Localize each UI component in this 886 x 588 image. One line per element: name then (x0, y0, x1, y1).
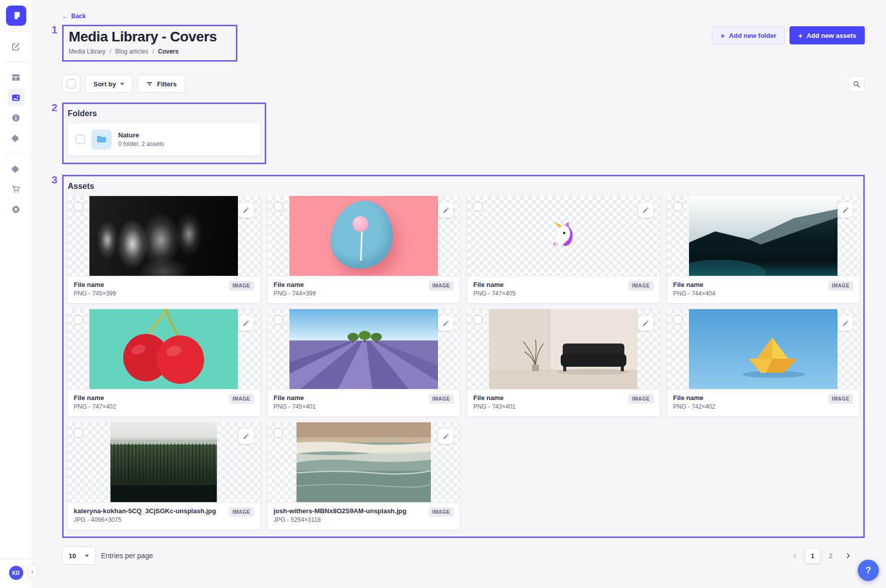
edit-asset-button[interactable] (238, 202, 254, 218)
sidebar-item-plugins[interactable] (8, 129, 25, 146)
breadcrumb-item[interactable]: Blog articles (115, 48, 148, 55)
edit-asset-button[interactable] (238, 315, 254, 331)
sidebar-item-marketplace[interactable] (8, 160, 25, 177)
asset-checkbox[interactable] (74, 202, 83, 211)
toolbar: Sort by Filters (62, 75, 865, 93)
asset-file-name: File name (673, 281, 716, 288)
asset-card[interactable]: josh-withers-MBNx8O2S9AM-unsplash.jpgJPG… (268, 422, 460, 529)
sidebar-item-purchase[interactable] (8, 180, 25, 198)
sidebar-divider (5, 31, 27, 31)
asset-card[interactable]: File namePNG - 747×405IMAGE (467, 196, 660, 303)
puzzle-icon (12, 134, 20, 142)
asset-file-name: File name (473, 394, 516, 402)
folders-heading: Folders (68, 109, 261, 118)
previous-page-button[interactable] (789, 549, 802, 562)
edit-asset-button[interactable] (638, 315, 654, 331)
sidebar-item-documentation[interactable] (8, 109, 25, 126)
asset-card[interactable]: File namePNG - 744×404IMAGE (667, 196, 860, 303)
search-button[interactable] (848, 76, 865, 92)
pencil-icon (642, 207, 649, 214)
asset-checkbox[interactable] (673, 202, 682, 211)
edit-asset-button[interactable] (438, 428, 454, 444)
edit-asset-button[interactable] (438, 202, 454, 218)
select-all-checkbox[interactable] (62, 75, 80, 93)
edit-asset-button[interactable] (838, 202, 853, 218)
page-title: Media Library - Covers (69, 29, 231, 45)
strapi-logo-icon[interactable] (6, 6, 26, 26)
asset-type-badge: IMAGE (229, 507, 254, 517)
pencil-icon (242, 320, 250, 327)
asset-checkbox[interactable] (274, 202, 283, 211)
edit-asset-button[interactable] (838, 315, 853, 331)
help-button[interactable]: ? (858, 560, 879, 581)
asset-type-badge: IMAGE (828, 394, 853, 404)
edit-asset-button[interactable] (238, 428, 254, 444)
asset-card[interactable]: File namePNG - 744×399IMAGE (268, 196, 460, 303)
asset-type-badge: IMAGE (429, 281, 454, 290)
breadcrumb-separator: / (152, 48, 154, 55)
annotation-label-3: 3 (52, 174, 58, 186)
chevron-down-icon (120, 83, 124, 85)
media-icon (12, 93, 20, 102)
add-new-assets-button[interactable]: + Add new assets (790, 26, 865, 44)
asset-file-name: File name (74, 281, 116, 288)
cart-icon (12, 185, 20, 193)
sidebar-item-settings[interactable] (8, 201, 25, 218)
annotation-label-2: 2 (52, 102, 58, 114)
asset-checkbox[interactable] (473, 315, 482, 324)
sort-by-button[interactable]: Sort by (85, 75, 133, 93)
asset-checkbox[interactable] (473, 202, 482, 211)
folder-meta: 0 folder, 2 assets (118, 140, 164, 148)
edit-asset-button[interactable] (638, 202, 654, 218)
asset-checkbox[interactable] (274, 428, 283, 437)
avatar[interactable]: KD (9, 566, 23, 580)
sidebar: KD › (0, 0, 32, 588)
next-page-button[interactable] (842, 549, 855, 562)
add-new-folder-button[interactable]: + Add new folder (712, 26, 785, 44)
annotation-label-1: 1 (52, 24, 58, 36)
sidebar-item-content-type-builder[interactable] (8, 69, 25, 86)
asset-meta: PNG - 744×404 (673, 290, 716, 297)
folders-section: Folders Nature0 folder, 2 assets (62, 103, 266, 164)
pencil-icon (242, 433, 250, 440)
folder-card[interactable]: Nature0 folder, 2 assets (68, 123, 261, 156)
page-button-1[interactable]: 1 (805, 549, 820, 563)
plus-icon: + (720, 32, 725, 39)
asset-type-badge: IMAGE (229, 281, 254, 290)
asset-checkbox[interactable] (74, 315, 83, 324)
asset-card[interactable]: File namePNG - 747×402IMAGE (68, 309, 260, 416)
breadcrumb-item[interactable]: Media Library (69, 48, 106, 55)
asset-checkbox[interactable] (74, 428, 83, 437)
page-button-2[interactable]: 2 (823, 549, 838, 563)
asset-thumbnail-lavender-field (268, 309, 460, 389)
pencil-icon (842, 207, 849, 214)
asset-checkbox[interactable] (274, 315, 283, 324)
asset-meta: JPG - 4096×3075 (74, 516, 216, 523)
asset-thumbnail-iceberg (667, 196, 860, 276)
asset-file-name: File name (74, 394, 116, 402)
asset-thumbnail-sofa-interior (467, 309, 660, 389)
asset-card[interactable]: File namePNG - 745×399IMAGE (68, 196, 260, 303)
sidebar-divider (5, 153, 27, 154)
back-link[interactable]: ← Back (62, 13, 86, 20)
asset-card[interactable]: File namePNG - 745×401IMAGE (268, 309, 460, 416)
edit-asset-button[interactable] (438, 315, 454, 331)
sidebar-item-media-library[interactable] (8, 89, 25, 106)
breadcrumb: Media Library/Blog articles/Covers (69, 48, 231, 55)
asset-card[interactable]: File namePNG - 743×401IMAGE (467, 309, 660, 416)
asset-card[interactable]: File namePNG - 742×402IMAGE (667, 309, 860, 416)
entries-per-page-select[interactable]: 10 (62, 547, 95, 565)
info-icon (12, 114, 20, 122)
folder-checkbox[interactable] (76, 135, 85, 144)
search-icon (853, 80, 860, 88)
sidebar-item-content-manager[interactable] (8, 38, 25, 55)
asset-checkbox[interactable] (673, 315, 682, 324)
asset-file-name: File name (274, 281, 316, 288)
asset-card[interactable]: kateryna-kokhan-5CQ_3CjSGKc-unsplash.jpg… (68, 422, 260, 529)
asset-type-badge: IMAGE (429, 394, 454, 404)
asset-type-badge: IMAGE (429, 507, 454, 517)
filters-button[interactable]: Filters (137, 75, 185, 93)
pencil-icon (442, 433, 450, 440)
asset-type-badge: IMAGE (628, 394, 653, 404)
sidebar-divider (5, 62, 27, 62)
